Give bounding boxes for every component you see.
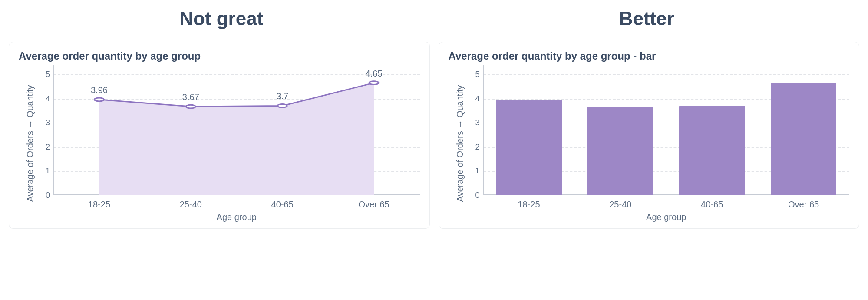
y-tick-label: 4 — [475, 94, 479, 103]
bar — [679, 106, 745, 195]
data-point-label: 4.65 — [366, 69, 383, 79]
y-axis-ticks-left: 012345 — [33, 65, 53, 195]
svg-marker-0 — [99, 83, 374, 195]
x-tick-label: 40-65 — [666, 195, 758, 210]
x-tick-label: 40-65 — [237, 195, 328, 210]
bar — [771, 83, 837, 195]
chart-title-left: Average order quantity by age group — [19, 50, 420, 62]
x-tick-label: 18-25 — [53, 195, 145, 210]
y-tick-label: 1 — [46, 167, 50, 176]
panel-bar-chart: Average order quantity by age group - ba… — [439, 42, 860, 229]
bar — [587, 107, 653, 195]
x-axis-ticks-left: 18-2525-4040-65Over 65 — [53, 195, 420, 210]
plot-area-right — [483, 65, 850, 195]
svg-point-2 — [186, 105, 195, 108]
y-tick-label: 2 — [475, 142, 479, 151]
x-tick-label: 25-40 — [574, 195, 666, 210]
svg-point-1 — [94, 98, 104, 101]
chart-title-right: Average order quantity by age group - ba… — [449, 50, 850, 62]
svg-point-3 — [277, 104, 287, 108]
y-tick-label: 3 — [475, 118, 479, 127]
y-axis-ticks-right: 012345 — [463, 65, 483, 195]
y-tick-label: 2 — [46, 142, 50, 151]
svg-point-4 — [369, 81, 379, 85]
x-axis-label-left: Age group — [53, 212, 420, 222]
y-tick-label: 5 — [46, 70, 50, 79]
data-point-label: 3.96 — [91, 85, 108, 95]
x-axis-label-right: Age group — [483, 212, 850, 222]
data-point-label: 3.7 — [276, 91, 288, 101]
y-tick-label: 1 — [475, 167, 479, 176]
x-axis-ticks-right: 18-2525-4040-65Over 65 — [483, 195, 850, 210]
x-tick-label: Over 65 — [758, 195, 849, 210]
section-title-right: Better — [434, 8, 860, 30]
data-point-label: 3.67 — [182, 92, 199, 102]
section-title-left: Not great — [9, 8, 434, 30]
y-tick-label: 3 — [46, 118, 50, 127]
y-tick-label: 5 — [475, 70, 479, 79]
panel-area-chart: Average order quantity by age group Aver… — [9, 42, 430, 229]
x-tick-label: Over 65 — [328, 195, 420, 210]
y-tick-label: 4 — [46, 94, 50, 103]
x-tick-label: 18-25 — [483, 195, 575, 210]
y-tick-label: 0 — [475, 191, 479, 200]
y-tick-label: 0 — [46, 191, 50, 200]
bar — [496, 100, 562, 195]
x-tick-label: 25-40 — [145, 195, 237, 210]
plot-area-left: 3.963.673.74.65 — [53, 65, 420, 195]
